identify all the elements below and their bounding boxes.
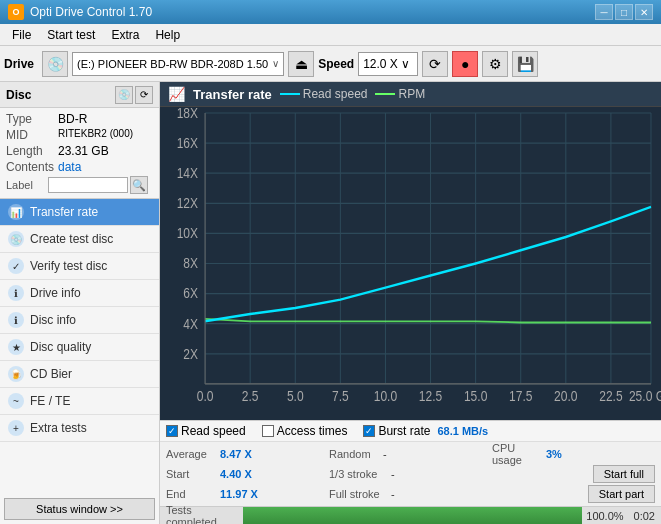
svg-text:8X: 8X (183, 255, 198, 271)
svg-text:25.0 GB: 25.0 GB (629, 388, 661, 404)
stat-full-stroke-value: - (391, 488, 395, 500)
nav-item-disc-info[interactable]: ℹ Disc info (0, 307, 159, 334)
stat-full-stroke-label: Full stroke (329, 488, 387, 500)
stat-cpu-label: CPU usage (492, 442, 542, 466)
start-part-button[interactable]: Start part (588, 485, 655, 503)
disc-section-label: Disc (6, 88, 31, 102)
svg-text:17.5: 17.5 (509, 388, 532, 404)
speed-label: Speed (318, 57, 354, 71)
nav-item-drive-info[interactable]: ℹ Drive info (0, 280, 159, 307)
chart-svg: 18X 16X 14X 12X 10X 8X 6X 4X 2X 0.0 2.5 … (160, 107, 661, 420)
menubar: File Start test Extra Help (0, 24, 661, 46)
menu-starttest[interactable]: Start test (39, 26, 103, 44)
speed-selector[interactable]: 12.0 X ∨ (358, 52, 418, 76)
stats-row-2: Start 4.40 X 1/3 stroke - Start full (166, 464, 655, 484)
color-button[interactable]: ● (452, 51, 478, 77)
disc-refresh-btn[interactable]: ⟳ (135, 86, 153, 104)
cb-access-times-box[interactable] (262, 425, 274, 437)
chart-title: Transfer rate (193, 87, 272, 102)
disc-mid-label: MID (6, 128, 58, 142)
maximize-button[interactable]: □ (615, 4, 633, 20)
svg-text:0.0: 0.0 (197, 388, 214, 404)
status-window-button[interactable]: Status window >> (4, 498, 155, 520)
disc-type-row: Type BD-R (6, 112, 153, 126)
disc-mid-row: MID RITEKBR2 (000) (6, 128, 153, 142)
save-button[interactable]: 💾 (512, 51, 538, 77)
svg-text:18X: 18X (177, 107, 199, 121)
settings-button[interactable]: ⚙ (482, 51, 508, 77)
svg-text:10.0: 10.0 (374, 388, 397, 404)
nav-item-extra-tests-label: Extra tests (30, 421, 87, 435)
stat-random-label: Random (329, 448, 379, 460)
nav-item-fe-te[interactable]: ~ FE / TE (0, 388, 159, 415)
nav-item-cd-bier[interactable]: 🍺 CD Bier (0, 361, 159, 388)
fe-te-icon: ~ (8, 393, 24, 409)
nav-item-disc-quality-label: Disc quality (30, 340, 91, 354)
nav-item-disc-quality[interactable]: ★ Disc quality (0, 334, 159, 361)
refresh-button[interactable]: ⟳ (422, 51, 448, 77)
progress-percent: 100.0% (582, 510, 627, 522)
transfer-rate-icon: 📊 (8, 204, 24, 220)
disc-type-label: Type (6, 112, 58, 126)
chart-header: 📈 Transfer rate Read speed RPM (160, 82, 661, 107)
cd-bier-icon: 🍺 (8, 366, 24, 382)
cb-burst-rate-box[interactable]: ✓ (363, 425, 375, 437)
right-panel: 📈 Transfer rate Read speed RPM (160, 82, 661, 524)
nav-item-transfer-rate[interactable]: 📊 Transfer rate (0, 199, 159, 226)
drive-selector[interactable]: (E:) PIONEER BD-RW BDR-208D 1.50 ∨ (72, 52, 284, 76)
progress-bar-fill (243, 507, 582, 524)
stat-end-label: End (166, 488, 216, 500)
main-layout: Disc 💿 ⟳ Type BD-R MID RITEKBR2 (000) Le… (0, 82, 661, 524)
legend-read-speed-label: Read speed (303, 87, 368, 101)
disc-label-input[interactable] (48, 177, 128, 193)
stat-average-label: Average (166, 448, 216, 460)
stat-1-3-stroke-value: - (391, 468, 395, 480)
close-button[interactable]: ✕ (635, 4, 653, 20)
chart-icon: 📈 (168, 86, 185, 102)
disc-length-value: 23.31 GB (58, 144, 109, 158)
drive-label: Drive (4, 57, 38, 71)
progress-bar-container: Tests completed 100.0% 0:02 (160, 506, 661, 524)
stats-rows: Average 8.47 X Random - CPU usage 3% (160, 442, 661, 506)
svg-text:2X: 2X (183, 346, 198, 362)
start-full-button[interactable]: Start full (593, 465, 655, 483)
drive-info-icon: ℹ (8, 285, 24, 301)
verify-test-disc-icon: ✓ (8, 258, 24, 274)
nav-item-create-test-disc-label: Create test disc (30, 232, 113, 246)
stat-1-3-stroke: 1/3 stroke - (329, 468, 492, 480)
nav-item-verify-test-disc[interactable]: ✓ Verify test disc (0, 253, 159, 280)
disc-icon-btn[interactable]: 💿 (115, 86, 133, 104)
bottom-stats: ✓ Read speed Access times ✓ Burst rate 6… (160, 420, 661, 524)
nav-item-disc-info-label: Disc info (30, 313, 76, 327)
stats-row-3: End 11.97 X Full stroke - Start part (166, 484, 655, 504)
disc-quality-icon: ★ (8, 339, 24, 355)
menu-help[interactable]: Help (147, 26, 188, 44)
menu-extra[interactable]: Extra (103, 26, 147, 44)
stat-end: End 11.97 X (166, 488, 329, 500)
disc-info-header: Disc 💿 ⟳ (0, 82, 159, 108)
progress-time: 0:02 (628, 510, 661, 522)
svg-text:12.5: 12.5 (419, 388, 442, 404)
nav-item-extra-tests[interactable]: + Extra tests (0, 415, 159, 442)
cb-read-speed-box[interactable]: ✓ (166, 425, 178, 437)
disc-label-btn[interactable]: 🔍 (130, 176, 148, 194)
drive-icon-btn[interactable]: 💿 (42, 51, 68, 77)
menu-file[interactable]: File (4, 26, 39, 44)
disc-label-label: Label (6, 179, 46, 191)
extra-tests-icon: + (8, 420, 24, 436)
minimize-button[interactable]: ─ (595, 4, 613, 20)
nav-item-drive-info-label: Drive info (30, 286, 81, 300)
nav-menu: 📊 Transfer rate 💿 Create test disc ✓ Ver… (0, 199, 159, 494)
disc-mid-value: RITEKBR2 (000) (58, 128, 133, 142)
cb-burst-rate-label: Burst rate (378, 424, 430, 438)
svg-text:7.5: 7.5 (332, 388, 349, 404)
stat-start-value: 4.40 X (220, 468, 252, 480)
cb-access-times: Access times (262, 424, 348, 438)
eject-button[interactable]: ⏏ (288, 51, 314, 77)
drive-select-text: (E:) PIONEER BD-RW BDR-208D 1.50 (77, 58, 268, 70)
nav-item-verify-test-disc-label: Verify test disc (30, 259, 107, 273)
svg-text:20.0: 20.0 (554, 388, 577, 404)
disc-type-value: BD-R (58, 112, 87, 126)
nav-item-create-test-disc[interactable]: 💿 Create test disc (0, 226, 159, 253)
create-test-disc-icon: 💿 (8, 231, 24, 247)
